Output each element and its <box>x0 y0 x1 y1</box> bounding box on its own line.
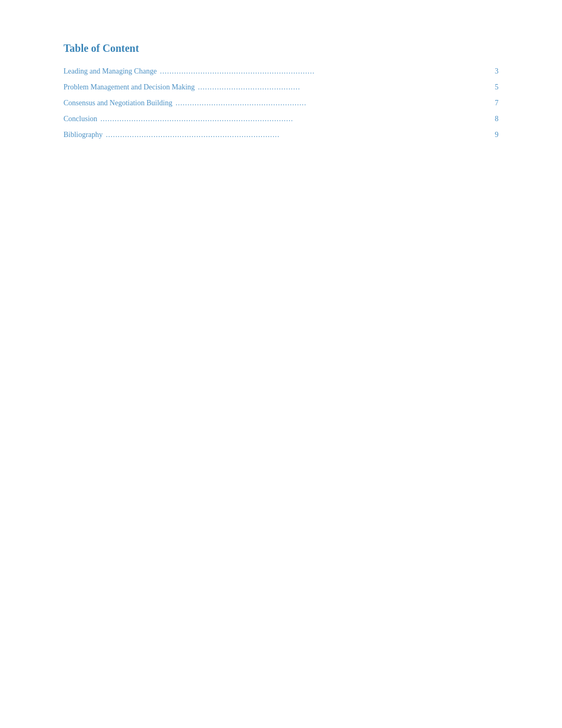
toc-dots-3: ........................................… <box>176 99 485 107</box>
toc-title: Table of Content <box>64 42 498 54</box>
toc-dots-1: ........................................… <box>160 67 485 76</box>
toc-list: Leading and Managing Change ............… <box>64 67 498 139</box>
toc-page-num-2: 5 <box>491 83 498 92</box>
toc-dots-2: ........................................… <box>198 83 485 92</box>
toc-page-num-4: 8 <box>491 115 498 123</box>
toc-entry-label-3: Consensus and Negotiation Building <box>64 99 173 107</box>
toc-row: Consensus and Negotiation Building .....… <box>64 99 498 107</box>
toc-page-num-5: 9 <box>491 131 498 139</box>
toc-row: Conclusion .............................… <box>64 115 498 123</box>
toc-entry-label-2: Problem Management and Decision Making <box>64 83 195 92</box>
toc-entry-label-5: Bibliography <box>64 131 103 139</box>
toc-dots-5: ........................................… <box>106 131 485 139</box>
toc-row: Bibliography ...........................… <box>64 131 498 139</box>
toc-entry-label-4: Conclusion <box>64 115 97 123</box>
toc-entry-label-1: Leading and Managing Change <box>64 67 157 76</box>
toc-row: Leading and Managing Change ............… <box>64 67 498 76</box>
toc-page-num-3: 7 <box>491 99 498 107</box>
page: Table of Content Leading and Managing Ch… <box>0 0 562 728</box>
toc-page-num-1: 3 <box>491 67 498 76</box>
toc-dots-4: ........................................… <box>101 115 485 123</box>
toc-row: Problem Management and Decision Making .… <box>64 83 498 92</box>
